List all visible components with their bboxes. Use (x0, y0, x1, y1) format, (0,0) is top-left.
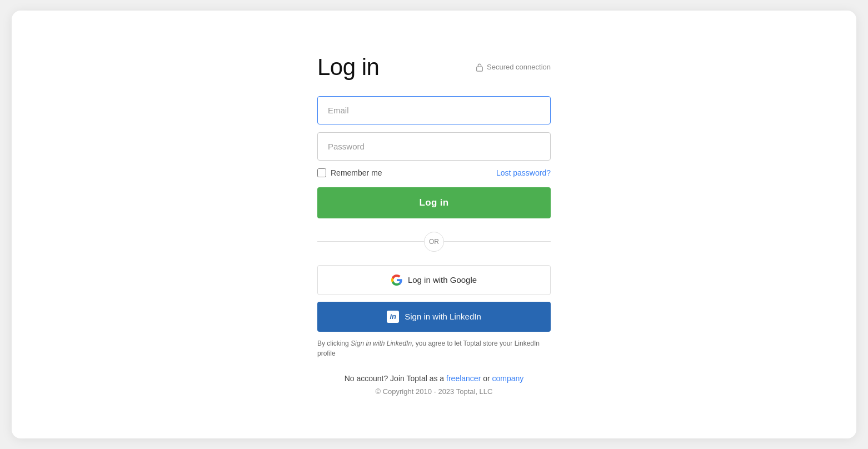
remember-me-label[interactable]: Remember me (317, 168, 382, 177)
linkedin-disclaimer: By clicking Sign in with LinkedIn, you a… (317, 338, 551, 358)
page-title: Log in (317, 54, 379, 81)
copyright-text: © Copyright 2010 - 2023 Toptal, LLC (317, 387, 551, 396)
google-button-label: Log in with Google (408, 275, 477, 285)
login-button[interactable]: Log in (317, 187, 551, 218)
divider-row: OR (317, 232, 551, 252)
remember-me-checkbox[interactable] (317, 168, 326, 177)
options-row: Remember me Lost password? (317, 168, 551, 177)
divider-line-right (443, 241, 551, 242)
google-login-button[interactable]: Log in with Google (317, 265, 551, 295)
company-link[interactable]: company (492, 374, 524, 383)
secured-label: Secured connection (487, 63, 551, 71)
app-window: Log in Secured connection Remember me Lo… (12, 11, 856, 438)
email-input[interactable] (317, 96, 551, 124)
linkedin-icon: in (387, 311, 399, 323)
freelancer-link[interactable]: freelancer (446, 374, 481, 383)
lock-icon (476, 63, 483, 72)
linkedin-button-label: Sign in with LinkedIn (405, 312, 481, 321)
footer-links: No account? Join Toptal as a freelancer … (317, 374, 551, 383)
no-account-text: No account? Join Toptal as a (345, 374, 446, 383)
linkedin-login-button[interactable]: in Sign in with LinkedIn (317, 302, 551, 332)
svg-rect-0 (477, 67, 483, 71)
password-input[interactable] (317, 132, 551, 161)
footer-or-text: or (483, 374, 492, 383)
lost-password-link[interactable]: Lost password? (496, 168, 551, 177)
divider-or-label: OR (424, 232, 444, 252)
login-form-container: Log in Secured connection Remember me Lo… (317, 54, 551, 396)
title-row: Log in Secured connection (317, 54, 551, 81)
divider-line-left (317, 241, 425, 242)
remember-me-text: Remember me (331, 168, 382, 177)
google-icon (391, 275, 402, 286)
secured-connection-badge: Secured connection (476, 63, 551, 72)
